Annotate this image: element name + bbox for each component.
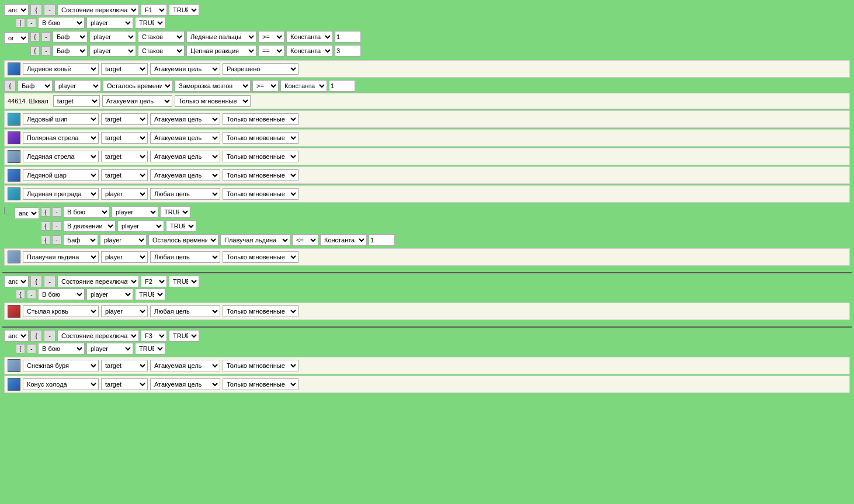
s1-sub-player2[interactable]: player bbox=[117, 220, 164, 232]
s1-ice-spear-target[interactable]: targetplayer bbox=[101, 63, 148, 75]
s1-buff-time-target[interactable]: playertarget bbox=[54, 80, 101, 92]
s1-ice-ball-name[interactable]: Ледяной шар bbox=[23, 169, 99, 181]
s1-squall-target-type[interactable]: Атакуемая цель bbox=[102, 95, 172, 107]
section1-true-select1[interactable]: TRUEFALSE bbox=[169, 4, 199, 16]
s3-cone-cold-target[interactable]: target bbox=[101, 378, 148, 390]
s3-cone-cold-cast-type[interactable]: Только мгновенные bbox=[223, 378, 298, 390]
s1-brace5[interactable]: { bbox=[4, 80, 16, 92]
s1-ice-arrow-target[interactable]: target bbox=[101, 151, 148, 162]
s1-combat-select[interactable]: В бою bbox=[38, 17, 85, 29]
s3-cone-cold-target-type[interactable]: Атакуемая цель bbox=[150, 378, 220, 390]
s1-sub-buff-spell[interactable]: Плавучая льдина bbox=[220, 234, 290, 246]
s1-ice-barrier-target[interactable]: playertarget bbox=[101, 188, 148, 200]
s1-polar-arrow-target-type[interactable]: Атакуемая цель bbox=[150, 132, 220, 144]
s1-const1[interactable]: Константа bbox=[286, 31, 333, 43]
section3-minus1[interactable]: - bbox=[44, 330, 55, 342]
s1-ice-arrow-name[interactable]: Ледяная стрела bbox=[23, 151, 99, 162]
s1-brace2[interactable]: { bbox=[16, 18, 25, 27]
s1-ice-floe-cast-type[interactable]: Только мгновенные bbox=[223, 251, 298, 263]
section1-switch-select1[interactable]: Состояние переключателя bbox=[57, 4, 139, 16]
section3-switch[interactable]: Состояние переключателя bbox=[57, 330, 139, 342]
s1-brace4[interactable]: { bbox=[30, 46, 40, 55]
s3-brace2[interactable]: { bbox=[16, 344, 25, 353]
s1-sub-minus2[interactable]: - bbox=[52, 221, 61, 231]
s1-spell-select2[interactable]: Цепная реакция bbox=[186, 45, 256, 57]
section3-logic-select[interactable]: andor bbox=[4, 330, 29, 342]
s1-sub-true2[interactable]: TRUE bbox=[166, 220, 196, 232]
s1-sub-true1[interactable]: TRUE bbox=[160, 206, 190, 218]
section2-true1[interactable]: TRUEFALSE bbox=[169, 276, 199, 287]
s1-minus4[interactable]: - bbox=[41, 46, 51, 55]
section1-f1-select[interactable]: F1F2F3 bbox=[141, 4, 167, 16]
s3-blizzard-target-type[interactable]: Атакуемая цель bbox=[150, 360, 220, 371]
s1-squall-target[interactable]: targetplayer bbox=[53, 95, 100, 107]
s1-buff-time-compare[interactable]: >=<= bbox=[252, 80, 279, 92]
s2-combat[interactable]: В бою bbox=[38, 289, 85, 300]
s2-stale-blood-target-type[interactable]: Любая цель bbox=[150, 305, 220, 317]
s1-buff-select1[interactable]: Баф bbox=[53, 31, 88, 43]
s1-ice-ball-cast-type[interactable]: Только мгновенные bbox=[223, 169, 298, 181]
s1-buff-select2[interactable]: Баф bbox=[53, 45, 88, 57]
s1-ice-spike-cast-type[interactable]: Только мгновенные bbox=[223, 113, 298, 125]
s1-sub-brace1[interactable]: { bbox=[41, 207, 50, 217]
section3-f-select[interactable]: F3F1F2 bbox=[141, 330, 167, 342]
s1-ice-barrier-name[interactable]: Ледяная преграда bbox=[23, 188, 99, 200]
section2-switch[interactable]: Состояние переключателя bbox=[57, 276, 139, 287]
section2-minus1[interactable]: - bbox=[44, 276, 55, 287]
section2-f-select[interactable]: F2F1F3 bbox=[141, 276, 167, 287]
section2-logic-select[interactable]: andor bbox=[4, 276, 29, 287]
s1-ice-spike-target[interactable]: target bbox=[101, 113, 148, 125]
s1-spell-select1[interactable]: Ледяные пальцы bbox=[186, 31, 256, 43]
s1-ice-arrow-target-type[interactable]: Атакуемая цель bbox=[150, 151, 220, 162]
s1-ice-ball-target-type[interactable]: Атакуемая цель bbox=[150, 169, 220, 181]
s3-combat[interactable]: В бою bbox=[38, 343, 85, 354]
s1-minus2[interactable]: - bbox=[27, 18, 36, 27]
s1-stacks-select1[interactable]: Стаков bbox=[138, 31, 185, 43]
s1-num1[interactable] bbox=[335, 31, 361, 43]
s1-polar-arrow-cast-type[interactable]: Только мгновенные bbox=[223, 132, 298, 144]
s1-sub-buff-condition[interactable]: Осталось времени bbox=[148, 234, 218, 246]
s1-ice-barrier-cast-type[interactable]: Только мгновенные bbox=[223, 188, 298, 200]
s1-ice-spear-cast-type[interactable]: Разрешено bbox=[223, 63, 298, 75]
s1-ice-spear-target-type[interactable]: Атакуемая цель bbox=[150, 63, 220, 75]
s1-sub-buff-target[interactable]: player bbox=[100, 234, 147, 246]
s2-brace2[interactable]: { bbox=[16, 290, 25, 299]
section1-logic-select[interactable]: andor bbox=[4, 4, 29, 16]
s1-buff-target1[interactable]: playertarget bbox=[89, 31, 136, 43]
s1-ice-barrier-target-type[interactable]: Любая цель bbox=[150, 188, 220, 200]
s3-minus2[interactable]: - bbox=[27, 344, 36, 353]
s1-sub-minus3[interactable]: - bbox=[52, 235, 61, 245]
s2-stale-blood-cast-type[interactable]: Только мгновенные bbox=[223, 305, 298, 317]
section2-brace1[interactable]: { bbox=[30, 276, 42, 287]
s1-true-select2[interactable]: TRUEFALSE bbox=[135, 17, 165, 29]
s1-sub-buff-const[interactable]: Константа bbox=[320, 234, 367, 246]
s3-blizzard-name[interactable]: Снежная буря bbox=[23, 360, 99, 371]
s1-sub-logic-select[interactable]: andor bbox=[15, 207, 39, 219]
s3-true2[interactable]: TRUE bbox=[135, 343, 165, 354]
s2-stale-blood-name[interactable]: Стылая кровь bbox=[23, 305, 99, 317]
s1-ice-spike-target-type[interactable]: Атакуемая цель bbox=[150, 113, 220, 125]
s1-buff-time-condition[interactable]: Осталось времени bbox=[103, 80, 173, 92]
s1-ice-ball-target[interactable]: target bbox=[101, 169, 148, 181]
s1-num2[interactable] bbox=[335, 45, 361, 57]
s1-ice-spike-name[interactable]: Ледовый шип bbox=[23, 113, 99, 125]
s1-brace3[interactable]: { bbox=[30, 32, 40, 41]
s1-stacks-select2[interactable]: Стаков bbox=[138, 45, 185, 57]
s1-squall-cast-type[interactable]: Только мгновенные bbox=[175, 95, 251, 107]
s1-sub-buff-num[interactable] bbox=[369, 234, 395, 246]
s2-true2[interactable]: TRUE bbox=[135, 289, 165, 300]
s1-sub-player1[interactable]: player bbox=[112, 206, 158, 218]
s1-minus3[interactable]: - bbox=[41, 32, 51, 41]
s1-buff-time-const[interactable]: Константа bbox=[280, 80, 327, 92]
section1-or-select[interactable]: orand bbox=[4, 32, 29, 44]
section3-brace1[interactable]: { bbox=[30, 330, 42, 342]
s1-ice-arrow-cast-type[interactable]: Только мгновенные bbox=[223, 151, 298, 162]
s3-player[interactable]: player bbox=[86, 343, 133, 354]
s3-blizzard-cast-type[interactable]: Только мгновенные bbox=[223, 360, 298, 371]
s1-sub-brace3[interactable]: { bbox=[41, 235, 50, 245]
s1-sub-buff[interactable]: Баф bbox=[63, 234, 98, 246]
s1-sub-motion[interactable]: В движении bbox=[63, 220, 116, 232]
s1-ice-floe-target[interactable]: player bbox=[101, 251, 148, 263]
s1-ice-floe-target-type[interactable]: Любая цель bbox=[150, 251, 220, 263]
s1-buff-target2[interactable]: playertarget bbox=[89, 45, 136, 57]
